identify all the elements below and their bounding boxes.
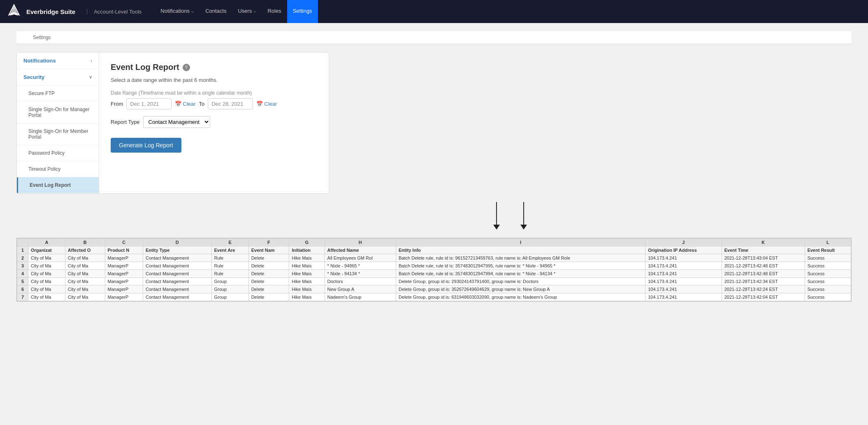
- table-cell[interactable]: Group: [211, 278, 248, 286]
- nav-settings[interactable]: Settings: [287, 0, 318, 23]
- table-cell[interactable]: Hike Mais: [289, 270, 325, 278]
- sidebar-item-sso-member[interactable]: Single Sign-On for Member Portal: [17, 123, 99, 145]
- table-cell[interactable]: City of Ma: [28, 286, 65, 293]
- table-row[interactable]: 2City of MaCity of MaManagerPContact Man…: [17, 254, 851, 262]
- to-date-input[interactable]: [208, 98, 253, 109]
- col-header-i[interactable]: I: [396, 239, 645, 246]
- nav-contacts[interactable]: Contacts: [200, 0, 232, 23]
- table-cell[interactable]: Initiation: [289, 246, 325, 254]
- table-cell[interactable]: Rule: [211, 262, 248, 270]
- table-cell[interactable]: Event Time: [722, 246, 805, 254]
- table-row[interactable]: 6City of MaCity of MaManagerPContact Man…: [17, 286, 851, 293]
- table-cell[interactable]: Success: [805, 254, 851, 262]
- table-row[interactable]: 3City of MaCity of MaManagerPContact Man…: [17, 262, 851, 270]
- table-cell[interactable]: Contact Management: [143, 254, 211, 262]
- table-cell[interactable]: 104.173.4.241: [645, 278, 722, 286]
- table-cell[interactable]: City of Ma: [65, 270, 105, 278]
- col-header-g[interactable]: G: [289, 239, 325, 246]
- table-cell[interactable]: ManagerP: [105, 286, 143, 293]
- col-header-k[interactable]: K: [722, 239, 805, 246]
- table-cell[interactable]: Affected O: [65, 246, 105, 254]
- table-cell[interactable]: City of Ma: [28, 270, 65, 278]
- table-cell[interactable]: Delete Group, group id is: 6319486030320…: [396, 293, 645, 301]
- table-cell[interactable]: Event Result: [805, 246, 851, 254]
- table-cell[interactable]: Hike Mais: [289, 286, 325, 293]
- nav-notifications[interactable]: Notifications ⌵: [155, 0, 200, 23]
- table-cell[interactable]: City of Ma: [65, 278, 105, 286]
- table-row[interactable]: 7City of MaCity of MaManagerPContact Man…: [17, 293, 851, 301]
- table-cell[interactable]: Success: [805, 270, 851, 278]
- table-cell[interactable]: Group: [211, 286, 248, 293]
- col-header-e[interactable]: E: [211, 239, 248, 246]
- col-header-c[interactable]: C: [105, 239, 143, 246]
- table-cell[interactable]: City of Ma: [65, 286, 105, 293]
- table-cell[interactable]: Delete: [248, 262, 289, 270]
- table-cell[interactable]: 2021-12-28T13:42:34 EST: [722, 278, 805, 286]
- table-cell[interactable]: 104.173.4.241: [645, 254, 722, 262]
- sidebar-item-event-log-report[interactable]: Event Log Report: [17, 177, 99, 193]
- table-cell[interactable]: All Employees GM Rol: [325, 254, 396, 262]
- table-cell[interactable]: 104.173.4.241: [645, 262, 722, 270]
- table-cell[interactable]: Batch Delete rule, rule id is: 961527213…: [396, 254, 645, 262]
- table-cell[interactable]: Origination IP Address: [645, 246, 722, 254]
- table-cell[interactable]: Contact Management: [143, 286, 211, 293]
- table-cell[interactable]: Success: [805, 278, 851, 286]
- col-header-h[interactable]: H: [325, 239, 396, 246]
- report-type-select[interactable]: Contact Management Notification User Man…: [143, 116, 210, 128]
- sidebar-item-notifications[interactable]: Notifications ›: [17, 53, 99, 69]
- table-cell[interactable]: Product N: [105, 246, 143, 254]
- col-header-b[interactable]: B: [65, 239, 105, 246]
- to-clear-button[interactable]: 📅 Clear: [256, 101, 277, 107]
- sidebar-item-security[interactable]: Security ∨: [17, 69, 99, 86]
- sidebar-item-sso-manager[interactable]: Single Sign-On for Manager Portal: [17, 102, 99, 123]
- sidebar-item-secure-ftp[interactable]: Secure FTP: [17, 86, 99, 102]
- table-cell[interactable]: Delete: [248, 278, 289, 286]
- from-date-input[interactable]: [126, 98, 172, 109]
- table-cell[interactable]: Affected Name: [325, 246, 396, 254]
- table-cell[interactable]: Hike Mais: [289, 278, 325, 286]
- table-cell[interactable]: 2021-12-28T13:43:04 EST: [722, 254, 805, 262]
- table-cell[interactable]: Delete: [248, 270, 289, 278]
- col-header-d[interactable]: D: [143, 239, 211, 246]
- table-cell[interactable]: City of Ma: [65, 262, 105, 270]
- table-cell[interactable]: Delete: [248, 293, 289, 301]
- table-cell[interactable]: 2021-12-28T13:42:48 EST: [722, 262, 805, 270]
- from-clear-button[interactable]: 📅 Clear: [175, 101, 195, 107]
- nav-users[interactable]: Users ⌵: [232, 0, 262, 23]
- table-cell[interactable]: Batch Delete rule, rule id is: 357483012…: [396, 270, 645, 278]
- table-cell[interactable]: Event Are: [211, 246, 248, 254]
- table-cell[interactable]: Success: [805, 293, 851, 301]
- table-cell[interactable]: Delete: [248, 254, 289, 262]
- table-cell[interactable]: 2021-12-28T13:42:24 EST: [722, 286, 805, 293]
- table-cell[interactable]: Entity Type: [143, 246, 211, 254]
- table-row[interactable]: 5City of MaCity of MaManagerPContact Man…: [17, 278, 851, 286]
- table-cell[interactable]: 2021-12-28T13:42:48 EST: [722, 270, 805, 278]
- table-cell[interactable]: Contact Management: [143, 262, 211, 270]
- table-cell[interactable]: ManagerP: [105, 293, 143, 301]
- table-cell[interactable]: * Nixle - 94965 *: [325, 262, 396, 270]
- table-cell[interactable]: New Group A: [325, 286, 396, 293]
- table-cell[interactable]: Hike Mais: [289, 254, 325, 262]
- table-cell[interactable]: Rule: [211, 254, 248, 262]
- table-cell[interactable]: ManagerP: [105, 262, 143, 270]
- table-row[interactable]: 4City of MaCity of MaManagerPContact Man…: [17, 270, 851, 278]
- table-cell[interactable]: Batch Delete rule, rule id is: 357483012…: [396, 262, 645, 270]
- table-cell[interactable]: Rule: [211, 270, 248, 278]
- table-cell[interactable]: ManagerP: [105, 254, 143, 262]
- table-cell[interactable]: City of Ma: [28, 262, 65, 270]
- table-cell[interactable]: City of Ma: [28, 293, 65, 301]
- table-cell[interactable]: Organizat: [28, 246, 65, 254]
- table-cell[interactable]: Success: [805, 262, 851, 270]
- table-cell[interactable]: Delete Group, group id is: 2930241437914…: [396, 278, 645, 286]
- table-cell[interactable]: City of Ma: [28, 254, 65, 262]
- col-header-a[interactable]: A: [28, 239, 65, 246]
- table-cell[interactable]: Contact Management: [143, 270, 211, 278]
- sidebar-item-password-policy[interactable]: Password Policy: [17, 145, 99, 161]
- col-header-l[interactable]: L: [805, 239, 851, 246]
- table-cell[interactable]: Contact Management: [143, 293, 211, 301]
- table-cell[interactable]: 104.173.4.241: [645, 293, 722, 301]
- table-cell[interactable]: Event Nam: [248, 246, 289, 254]
- table-cell[interactable]: Contact Management: [143, 278, 211, 286]
- table-cell[interactable]: Nadeem's Group: [325, 293, 396, 301]
- table-cell[interactable]: Doctors: [325, 278, 396, 286]
